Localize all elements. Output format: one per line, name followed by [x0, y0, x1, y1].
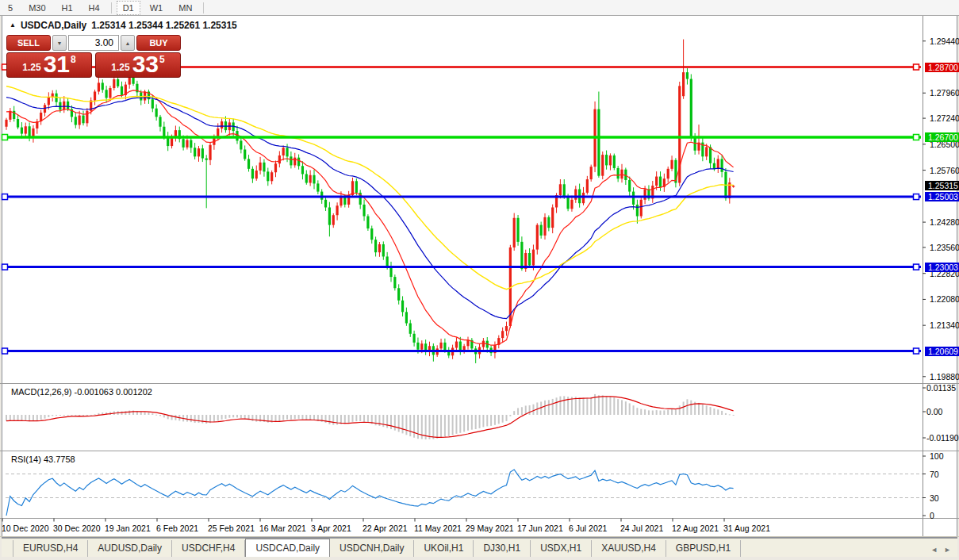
- timeframe-button-M30[interactable]: M30: [22, 1, 52, 15]
- timeframe-button-W1[interactable]: W1: [144, 1, 170, 15]
- timeframe-toolbar: 5M30H1H4 D1W1MN: [0, 0, 959, 16]
- tab-scroll-right-icon[interactable]: ►: [944, 546, 951, 554]
- tab-scroll-left-icon[interactable]: ◄: [930, 546, 938, 554]
- symbol-tab-XAUUSD-H4[interactable]: XAUUSD,H4: [592, 540, 666, 557]
- sell-price-sup: 8: [71, 54, 76, 65]
- chart-window[interactable]: [2, 15, 957, 538]
- sell-price-prefix: 1.25: [22, 62, 40, 73]
- one-click-trading-panel: SELL ▼ ▲ BUY 1.25 31 8 1.25 33 5: [6, 35, 181, 78]
- volume-input[interactable]: [68, 35, 119, 51]
- timeframe-button-H1[interactable]: H1: [56, 1, 79, 15]
- sell-price-big: 31: [44, 54, 70, 75]
- toolbar-separator: [111, 2, 112, 13]
- buy-price-sup: 5: [159, 54, 165, 65]
- buy-price-tile[interactable]: 1.25 33 5: [95, 52, 181, 78]
- symbol-tab-USDCAD-Daily[interactable]: USDCAD,Daily: [245, 539, 330, 557]
- timeframe-button-H4[interactable]: H4: [82, 1, 106, 15]
- symbol-tab-USDX-H1[interactable]: USDX,H1: [531, 540, 592, 557]
- volume-decrease-button[interactable]: ▼: [52, 35, 67, 51]
- sell-price-tile[interactable]: 1.25 31 8: [6, 52, 92, 78]
- timeframe-button-MN[interactable]: MN: [172, 1, 198, 15]
- symbol-tab-GBPUSD-H1[interactable]: GBPUSD,H1: [666, 540, 741, 557]
- buy-button[interactable]: BUY: [136, 35, 181, 51]
- timeframe-button-5[interactable]: 5: [2, 1, 19, 15]
- symbol-tab-EURUSD-H4[interactable]: EURUSD,H4: [13, 540, 88, 557]
- buy-price-prefix: 1.25: [111, 62, 129, 73]
- symbol-tab-DJ30-H1[interactable]: DJ30,H1: [474, 540, 531, 557]
- buy-price-big: 33: [132, 54, 159, 75]
- sell-button[interactable]: SELL: [6, 35, 51, 51]
- symbol-tab-AUDUSD-Daily[interactable]: AUDUSD,Daily: [88, 540, 172, 557]
- symbol-tab-UKOil-H1[interactable]: UKOil,H1: [414, 540, 474, 557]
- symbol-tab-USDCNH-Daily[interactable]: USDCNH,Daily: [330, 540, 414, 557]
- toolbar-separator: [203, 2, 204, 13]
- symbol-tab-bar: EURUSD,H4AUDUSD,DailyUSDCHF,H4USDCAD,Dai…: [2, 538, 957, 557]
- volume-increase-button[interactable]: ▲: [121, 35, 135, 51]
- timeframe-button-D1[interactable]: D1: [117, 1, 140, 15]
- symbol-tab-USDCHF-H4[interactable]: USDCHF,H4: [172, 540, 245, 557]
